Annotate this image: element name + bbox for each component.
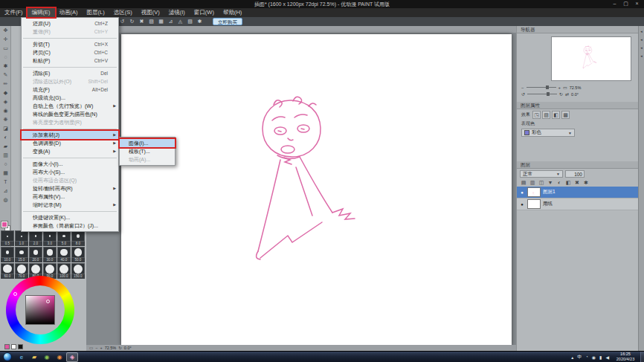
fill-icon[interactable]: ▨ xyxy=(147,18,155,25)
navigator-tab[interactable]: 导航器 xyxy=(521,26,535,33)
close-button[interactable]: × xyxy=(631,0,643,8)
brush-size-swatch[interactable]: 3.0 xyxy=(43,230,57,246)
edit-menu-item[interactable]: 画布属性(V)... xyxy=(22,193,118,201)
minimize-button[interactable]: – xyxy=(609,0,620,8)
edit-menu-item[interactable]: 清除(E)Del xyxy=(22,69,118,77)
edit-menu-item[interactable]: 画布大小(S)... xyxy=(22,168,118,176)
edit-menu-item[interactable]: 图像大小(I)... xyxy=(22,160,118,168)
brush-size-swatch[interactable]: 5.0 xyxy=(57,230,71,246)
new-layer-icon[interactable]: ▤ xyxy=(519,179,528,187)
cloud-icon[interactable]: ◔ xyxy=(585,355,588,359)
edit-menu-item[interactable]: 粘贴(P)Ctrl+V xyxy=(22,56,118,65)
snap-special-ruler-icon[interactable]: ◬ xyxy=(176,18,184,25)
brush-size-swatch[interactable]: 30.0 xyxy=(43,247,57,262)
zoom-out-icon[interactable]: − xyxy=(95,345,97,351)
update-icon[interactable]: ◉ xyxy=(592,355,596,360)
menubar-item[interactable]: 帮助(H) xyxy=(219,8,246,17)
hue-indicator[interactable] xyxy=(13,292,17,296)
brush-size-swatch[interactable]: 10.0 xyxy=(1,247,14,262)
brush-size-swatch[interactable]: 60.0 xyxy=(1,263,14,279)
fill-tool-icon[interactable]: ▰ xyxy=(0,142,11,151)
brush-size-swatch[interactable]: 70.0 xyxy=(15,263,28,279)
brush-size-swatch[interactable]: 20.0 xyxy=(29,247,42,262)
text-tool-icon[interactable]: T xyxy=(0,178,11,187)
chrome-icon[interactable]: ◉ xyxy=(41,352,53,362)
nav-rotate-right-icon[interactable]: ↻ xyxy=(559,91,563,97)
edit-menu-item[interactable]: 自动上色（先行预览）(W)▶ xyxy=(22,102,118,110)
sv-indicator[interactable] xyxy=(46,300,50,303)
texture-icon[interactable]: ▨ xyxy=(542,111,550,119)
undo-icon[interactable]: ↺ xyxy=(118,18,126,25)
layer-settings-icon[interactable]: ✱ xyxy=(582,179,590,187)
edit-menu-item[interactable]: 界面颜色（简易窗口2）(J)... xyxy=(22,222,118,230)
edit-menu-item[interactable]: 变换(A)▶ xyxy=(22,147,118,155)
show-desktop-button[interactable] xyxy=(640,352,644,362)
brush-size-swatch[interactable]: 40.0 xyxy=(57,247,71,262)
nav-fit-icon[interactable]: ▭ xyxy=(563,85,567,90)
duplicate-layer-icon[interactable]: ◫ xyxy=(537,179,546,187)
figure-tool-icon[interactable]: ○ xyxy=(0,160,11,169)
decoration-tool-icon[interactable]: ❋ xyxy=(0,115,11,124)
drawing-canvas[interactable] xyxy=(121,34,512,346)
saturation-value-square[interactable] xyxy=(25,295,55,325)
tone-icon[interactable]: ▩ xyxy=(561,111,570,119)
eyedropper-tool-icon[interactable]: ◍ xyxy=(0,195,11,204)
visibility-eye-icon[interactable]: ● xyxy=(519,190,525,195)
sub-color-swatch[interactable] xyxy=(11,344,16,349)
menubar-item[interactable]: 动画(A) xyxy=(55,8,83,17)
edit-menu-item[interactable]: 填充(F)Alt+Del xyxy=(22,85,118,94)
edit-menu-item[interactable]: 添加素材(J)▶ xyxy=(22,131,118,139)
blend-mode-dropdown[interactable]: 正常 ▼ xyxy=(520,170,563,178)
brush-size-swatch[interactable]: 1.0 xyxy=(15,230,28,246)
brush-size-swatch[interactable]: 15.0 xyxy=(15,247,28,262)
nav-zoom-slider[interactable] xyxy=(527,87,556,88)
trial-purchase-button[interactable]: 立即购买 xyxy=(213,18,242,25)
selection-tool-icon[interactable]: ▭ xyxy=(0,44,11,53)
new-folder-icon[interactable]: ▥ xyxy=(528,179,537,187)
brush-size-swatch[interactable]: 100.0 xyxy=(57,263,71,279)
edit-menu-item[interactable]: 还原(U)Ctrl+Z xyxy=(22,19,118,28)
layer-color-icon[interactable]: ◧ xyxy=(552,111,560,119)
grid-icon[interactable]: ▦ xyxy=(157,18,165,25)
edit-menu-item[interactable]: 色调调整(D)▶ xyxy=(22,139,118,147)
light-table-icon[interactable]: ▧ xyxy=(186,18,194,25)
brush-size-swatch[interactable]: 8.0 xyxy=(71,230,85,246)
airbrush-tool-icon[interactable]: ◉ xyxy=(0,106,11,115)
history-panel-tab[interactable]: ◂ xyxy=(640,54,643,58)
expression-color-dropdown[interactable]: 彩色 ▼ xyxy=(521,129,575,137)
brush-size-swatch[interactable]: 0.5 xyxy=(1,230,14,246)
edit-menu-item[interactable]: 缩时记录(M)▶ xyxy=(22,201,118,209)
pen-tool-icon[interactable]: ✎ xyxy=(0,71,11,80)
delete-layer-icon[interactable]: ✖ xyxy=(573,179,582,187)
menubar-item[interactable]: 图层(L) xyxy=(83,8,109,17)
move-layer-tool-icon[interactable]: ✛ xyxy=(0,35,11,44)
network-icon[interactable]: ▮ xyxy=(599,355,602,360)
quick-access-panel-tab[interactable]: ◂ xyxy=(640,29,643,33)
nav-zoom-in-icon[interactable]: + xyxy=(558,85,561,90)
magic-wand-tool-icon[interactable]: ✱ xyxy=(0,62,11,71)
volume-icon[interactable]: ◀ xyxy=(605,355,609,360)
tray-expand-icon[interactable]: ▴ xyxy=(571,355,573,360)
lasso-tool-icon[interactable]: ◌ xyxy=(0,53,11,62)
visibility-eye-icon[interactable]: ● xyxy=(519,202,525,207)
ruler-tool-icon[interactable]: ⊿ xyxy=(0,187,11,195)
edit-menu-item[interactable]: 旋转/翻转画布(R)▶ xyxy=(22,184,118,193)
navigator-thumbnail[interactable] xyxy=(551,36,631,81)
layer-mask-icon[interactable]: ◐ xyxy=(555,179,564,187)
sub-view-panel-tab[interactable]: ◂ xyxy=(640,37,643,42)
fit-screen-icon[interactable]: ▭ xyxy=(89,345,93,351)
paint-app-icon[interactable]: ◈ xyxy=(66,352,78,362)
rotate-canvas-icon[interactable]: ↻ xyxy=(118,345,122,351)
taskbar-clock[interactable]: 16:25 2020/4/23 xyxy=(614,352,640,362)
gradient-tool-icon[interactable]: ▥ xyxy=(0,151,11,160)
submenu-item[interactable]: 模板(T)... xyxy=(120,147,175,155)
brush-size-swatch[interactable]: 50.0 xyxy=(71,247,85,262)
menubar-item[interactable]: 文件(F) xyxy=(0,8,28,17)
ime-chinese-indicator[interactable]: 中 xyxy=(577,354,582,361)
snap-ruler-icon[interactable]: ⊿ xyxy=(167,18,175,25)
edit-menu-item[interactable]: 将线的颜色变更为描画色(N) xyxy=(22,110,118,118)
pencil-tool-icon[interactable]: ✏ xyxy=(0,80,11,88)
opacity-field[interactable]: 100 xyxy=(565,170,585,178)
current-color-swatch[interactable] xyxy=(4,344,10,349)
delete-icon[interactable]: ✖ xyxy=(138,18,146,25)
